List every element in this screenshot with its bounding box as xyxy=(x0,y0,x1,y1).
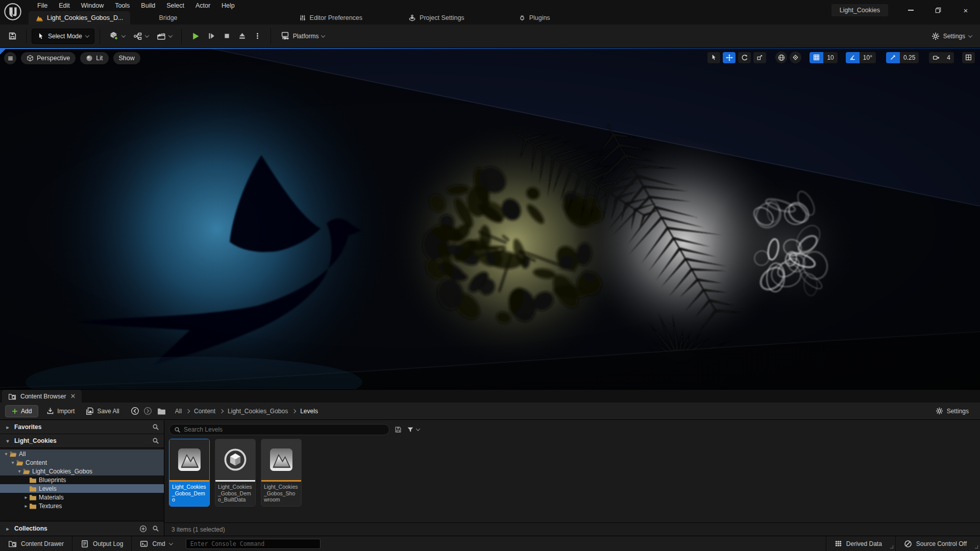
content-drawer-button[interactable]: Content Drawer xyxy=(0,536,72,551)
save-search-icon[interactable] xyxy=(395,426,402,433)
back-button[interactable] xyxy=(131,407,139,415)
rotation-snap-value[interactable]: 10° xyxy=(860,52,876,63)
save-all-button[interactable]: Save All xyxy=(83,405,122,418)
platforms-dropdown[interactable]: Platforms xyxy=(276,28,329,44)
menu-item-window[interactable]: Window xyxy=(76,0,109,11)
select-mode-dropdown[interactable]: Select Mode xyxy=(32,29,94,44)
select-tool-button[interactable] xyxy=(707,52,720,63)
blueprints-button[interactable] xyxy=(129,28,153,44)
content-browser-settings[interactable]: Settings xyxy=(936,407,975,415)
asset-tile-light_cookies_gobos_showroom[interactable]: Light_Cookies_Gobos_Showroom xyxy=(261,439,302,507)
camera-speed-button[interactable] xyxy=(929,52,943,63)
stop-button[interactable] xyxy=(223,32,231,40)
camera-speed-value[interactable]: 4 xyxy=(943,52,954,63)
scale-snap-value[interactable]: 0.25 xyxy=(900,52,919,63)
tree-item-light_cookies_gobos[interactable]: ▾Light_Cookies_Gobos xyxy=(0,467,164,475)
close-button[interactable]: × xyxy=(959,5,973,16)
search-icon[interactable] xyxy=(152,423,159,431)
grid-snap-toggle[interactable] xyxy=(810,52,823,63)
tab-level-active[interactable]: Light_Cookies_Gobos_D... xyxy=(29,11,130,24)
viewport-corner-marker xyxy=(0,48,7,55)
play-button[interactable] xyxy=(191,32,200,41)
filter-button[interactable] xyxy=(407,426,420,433)
tree-item-all[interactable]: ▾All xyxy=(0,449,164,458)
tree-item-materials[interactable]: ▸Materials xyxy=(0,493,164,502)
add-actor-button[interactable] xyxy=(105,28,129,44)
viewport-layout-button[interactable] xyxy=(962,52,975,63)
view-mode-dropdown[interactable]: Lit xyxy=(80,52,108,64)
show-dropdown[interactable]: Show xyxy=(113,52,140,64)
world-local-toggle[interactable] xyxy=(775,52,787,63)
scale-tool-button[interactable] xyxy=(753,52,766,63)
content-browser-tab[interactable]: Content Browser ✕ xyxy=(2,390,82,403)
add-collection-icon[interactable] xyxy=(139,525,147,533)
tree-arrow-icon: ▸ xyxy=(23,494,29,500)
blueprint-node-icon xyxy=(133,32,142,41)
project-settings-icon xyxy=(408,14,416,22)
menu-item-edit[interactable]: Edit xyxy=(53,0,76,11)
eject-button[interactable] xyxy=(238,32,247,40)
scale-snap-toggle[interactable] xyxy=(886,52,900,63)
tab-plugins[interactable]: Plugins xyxy=(511,11,557,24)
search-icon[interactable] xyxy=(152,437,159,444)
collapse-arrow-icon: ▸ xyxy=(5,526,11,532)
tab-bridge[interactable]: Bridge xyxy=(152,11,184,24)
move-tool-button[interactable] xyxy=(723,52,736,63)
menu-item-help[interactable]: Help xyxy=(216,0,240,11)
search-icon[interactable] xyxy=(152,525,159,532)
minimize-button[interactable] xyxy=(903,5,918,16)
cmd-dropdown[interactable]: Cmd xyxy=(132,536,180,551)
forward-button[interactable] xyxy=(143,407,152,415)
asset-tile-light_cookies_gobos_demo_builtdata[interactable]: Light_Cookies_Gobos_Demo_BuiltData xyxy=(215,439,256,507)
cinematics-button[interactable] xyxy=(153,28,176,44)
play-options-kebab[interactable] xyxy=(254,32,261,40)
console-command-box[interactable] xyxy=(186,539,321,549)
save-button[interactable] xyxy=(4,28,21,44)
source-control-button[interactable]: Source Control Off xyxy=(896,536,980,551)
level-viewport[interactable]: Perspective Lit Show 10 xyxy=(0,48,980,389)
console-command-input[interactable] xyxy=(190,540,316,547)
search-input[interactable] xyxy=(184,426,384,433)
tree-item-label: Textures xyxy=(39,503,62,510)
add-button[interactable]: Add xyxy=(5,405,38,417)
breadcrumb-light_cookies_gobos[interactable]: Light_Cookies_Gobos xyxy=(228,408,288,415)
close-tab-icon[interactable]: ✕ xyxy=(70,392,76,400)
menu-item-file[interactable]: File xyxy=(32,0,53,11)
rotation-snap-toggle[interactable] xyxy=(846,52,860,63)
grid-snap-value[interactable]: 10 xyxy=(823,52,837,63)
menu-item-select[interactable]: Select xyxy=(161,0,190,11)
tree-item-blueprints[interactable]: Blueprints xyxy=(0,475,164,484)
breadcrumb-levels[interactable]: Levels xyxy=(300,408,318,415)
tab-project-settings[interactable]: Project Settings xyxy=(401,11,472,24)
rotate-tool-button[interactable] xyxy=(738,52,751,63)
tree-item-content[interactable]: ▾Content xyxy=(0,458,164,467)
breadcrumb-all[interactable]: All xyxy=(175,408,182,415)
skip-button[interactable] xyxy=(207,32,216,40)
asset-thumbnail xyxy=(215,439,255,480)
breadcrumb-content[interactable]: Content xyxy=(194,408,215,415)
menu-item-actor[interactable]: Actor xyxy=(190,0,216,11)
perspective-dropdown[interactable]: Perspective xyxy=(21,52,76,64)
menu-item-build[interactable]: Build xyxy=(135,0,161,11)
surface-snapping-button[interactable] xyxy=(790,52,801,63)
collections-section[interactable]: ▸ Collections xyxy=(0,521,164,536)
favorites-section[interactable]: ▸ Favorites xyxy=(0,420,164,434)
toolbar-settings[interactable]: Settings xyxy=(932,32,972,40)
folder-icon xyxy=(29,477,37,483)
level-asset-icon xyxy=(267,446,295,473)
asset-tile-light_cookies_gobos_demo[interactable]: Light_Cookies_Gobos_Demo xyxy=(169,439,210,507)
project-section[interactable]: ▾ Light_Cookies xyxy=(0,434,164,448)
import-button[interactable]: Import xyxy=(43,405,78,418)
derived-data-button[interactable]: Derived Data xyxy=(826,536,895,551)
tab-editor-preferences[interactable]: Editor Preferences xyxy=(292,11,370,24)
output-log-button[interactable]: Output Log xyxy=(72,536,131,551)
content-drawer-icon xyxy=(8,539,17,548)
restore-button[interactable] xyxy=(931,5,945,16)
content-browser-panel: Content Browser ✕ Add Import Save All xyxy=(0,389,980,536)
tree-item-textures[interactable]: ▸Textures xyxy=(0,502,164,510)
favorites-label: Favorites xyxy=(14,423,41,431)
tree-item-levels[interactable]: Levels xyxy=(0,484,164,493)
menu-item-tools[interactable]: Tools xyxy=(109,0,135,11)
breadcrumb: AllContentLight_Cookies_GobosLevels xyxy=(175,408,318,415)
asset-search-box[interactable] xyxy=(169,424,389,435)
